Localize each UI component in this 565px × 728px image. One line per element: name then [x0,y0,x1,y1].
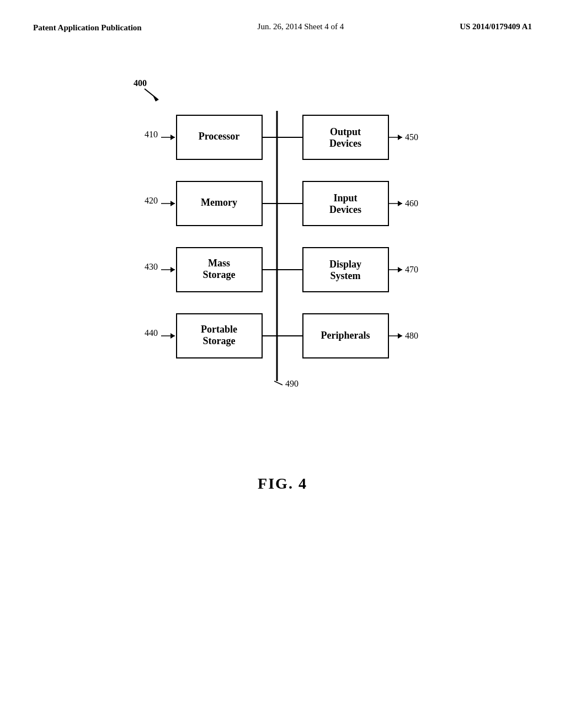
svg-marker-8 [170,267,175,272]
fig-ref-400: 400 [134,78,147,88]
svg-marker-18 [398,333,402,339]
text-mass-storage-2: Storage [203,269,236,280]
svg-marker-12 [398,135,402,140]
label-430: 430 [145,262,158,271]
publication-label: Patent Application Publication [33,23,142,32]
svg-line-2 [274,381,282,385]
text-memory: Memory [201,197,237,208]
svg-marker-6 [170,201,175,206]
label-450: 450 [405,132,418,142]
header-center: Jun. 26, 2014 Sheet 4 of 4 [258,22,344,31]
text-input-devices-2: Devices [329,204,361,215]
text-portable-storage-2: Storage [203,335,236,346]
box-display-system [303,248,388,292]
date-sheet-label: Jun. 26, 2014 Sheet 4 of 4 [258,22,344,31]
text-mass-storage-1: Mass [208,258,230,269]
patent-header: Patent Application Publication Jun. 26, … [0,0,565,45]
text-display-system-1: Display [329,259,361,270]
label-480: 480 [405,331,418,340]
text-output-devices-1: Output [330,126,361,137]
box-input-devices [303,181,388,226]
label-440: 440 [145,328,158,338]
bus-label-490: 490 [285,379,299,388]
patent-diagram: 400 490 410 Processor 420 Memory 430 [89,56,476,442]
text-processor: Processor [199,131,240,142]
text-portable-storage-1: Portable [201,324,237,335]
svg-marker-1 [153,95,158,101]
figure-label: FIG. 4 [258,475,307,493]
label-410: 410 [145,130,158,139]
label-470: 470 [405,265,418,274]
svg-marker-14 [398,201,402,206]
svg-marker-16 [398,267,402,272]
svg-marker-4 [170,135,175,140]
box-output-devices [303,115,388,159]
header-right: US 2014/0179409 A1 [460,22,532,31]
header-left: Patent Application Publication [33,22,142,34]
label-420: 420 [145,196,158,205]
label-460: 460 [405,199,418,208]
text-output-devices-2: Devices [329,138,361,149]
diagram-container: 400 490 410 Processor 420 Memory 430 [0,45,565,526]
text-peripherals: Peripherals [321,330,370,341]
svg-marker-10 [170,333,175,339]
text-input-devices-1: Input [333,192,357,204]
text-display-system-2: System [331,270,361,281]
patent-number-label: US 2014/0179409 A1 [460,22,532,31]
